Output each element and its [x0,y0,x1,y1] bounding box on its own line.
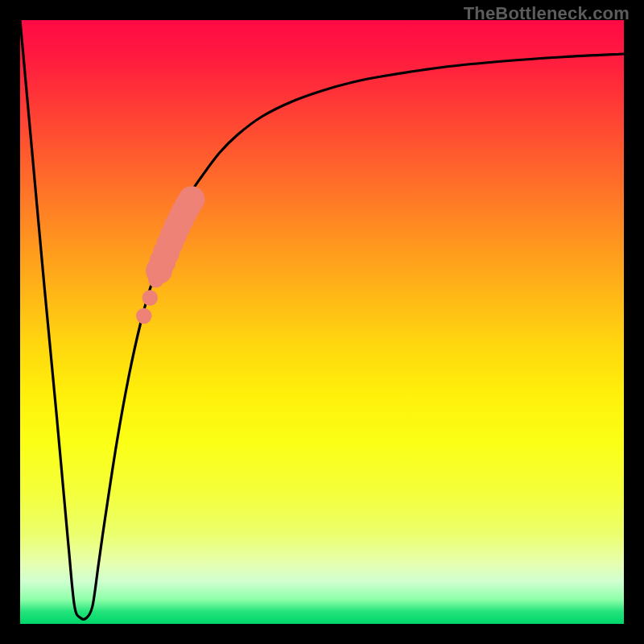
plot-area [20,20,624,624]
chart-frame: TheBottleneck.com [0,0,644,644]
bottleneck-curve [20,20,624,619]
highlight-dots [136,186,205,324]
highlight-dot [179,186,205,213]
chart-svg [20,20,624,624]
highlight-dot [136,308,152,324]
highlight-dot [142,290,159,306]
